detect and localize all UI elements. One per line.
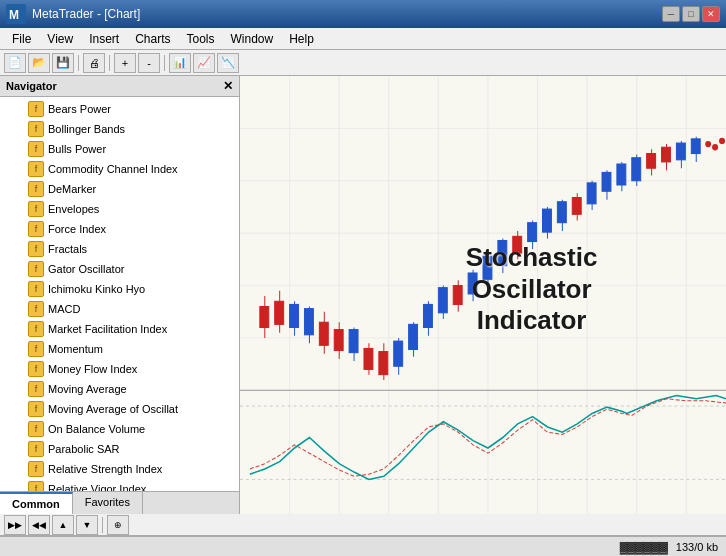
svg-rect-46 xyxy=(438,288,447,313)
nav-indicator-item[interactable]: fBulls Power xyxy=(0,139,239,159)
tab-common[interactable]: Common xyxy=(0,492,73,514)
svg-rect-80 xyxy=(691,139,700,154)
indicator-icon: f xyxy=(28,201,44,217)
navigator-close[interactable]: ✕ xyxy=(223,79,233,93)
indicator-label: Moving Average xyxy=(48,383,127,395)
indicator-icon: f xyxy=(28,301,44,317)
nav-indicator-item[interactable]: fFractals xyxy=(0,239,239,259)
svg-rect-24 xyxy=(275,301,284,324)
nav-indicator-item[interactable]: fRelative Vigor Index xyxy=(0,479,239,491)
nav-indicator-item[interactable]: fMoving Average xyxy=(0,379,239,399)
nav-indicator-item[interactable]: fParabolic SAR xyxy=(0,439,239,459)
nav-indicator-item[interactable]: fMoving Average of Oscillat xyxy=(0,399,239,419)
navigator-panel: Navigator ✕ fBears PowerfBollinger Bands… xyxy=(0,76,240,514)
nav-indicator-item[interactable]: fIchimoku Kinko Hyo xyxy=(0,279,239,299)
indicator-label: MACD xyxy=(48,303,80,315)
indicator-icon: f xyxy=(28,281,44,297)
indicator-label: Force Index xyxy=(48,223,106,235)
menu-charts[interactable]: Charts xyxy=(127,30,178,48)
nav-indicator-item[interactable]: fEnvelopes xyxy=(0,199,239,219)
minimize-button[interactable]: ─ xyxy=(662,6,680,22)
nav-indicator-item[interactable]: fOn Balance Volume xyxy=(0,419,239,439)
sep3 xyxy=(164,55,165,71)
nav-indicator-item[interactable]: fBears Power xyxy=(0,99,239,119)
sep4 xyxy=(102,517,103,533)
nav-indicator-item[interactable]: fRelative Strength Index xyxy=(0,459,239,479)
indicator-icon: f xyxy=(28,321,44,337)
indicator-label: On Balance Volume xyxy=(48,423,145,435)
chart-btn1[interactable]: 📊 xyxy=(169,53,191,73)
open-btn[interactable]: 📂 xyxy=(28,53,50,73)
svg-rect-64 xyxy=(572,198,581,215)
tb2-btn2[interactable]: ◀◀ xyxy=(28,515,50,535)
nav-tabs: Common Favorites xyxy=(0,491,239,514)
tab-favorites[interactable]: Favorites xyxy=(73,492,143,514)
zoom-in-btn[interactable]: + xyxy=(114,53,136,73)
window-controls: ─ □ ✕ xyxy=(662,6,720,22)
chart-btn3[interactable]: 📉 xyxy=(217,53,239,73)
svg-rect-54 xyxy=(498,241,507,266)
indicator-icon: f xyxy=(28,381,44,397)
svg-rect-36 xyxy=(364,348,373,369)
menu-window[interactable]: Window xyxy=(223,30,282,48)
menu-tools[interactable]: Tools xyxy=(179,30,223,48)
menu-insert[interactable]: Insert xyxy=(81,30,127,48)
save-btn[interactable]: 💾 xyxy=(52,53,74,73)
maximize-button[interactable]: □ xyxy=(682,6,700,22)
menu-view[interactable]: View xyxy=(39,30,81,48)
svg-text:M: M xyxy=(9,8,19,22)
indicator-label: Relative Vigor Index xyxy=(48,483,146,491)
svg-rect-52 xyxy=(483,256,492,279)
tb2-btn1[interactable]: ▶▶ xyxy=(4,515,26,535)
svg-rect-38 xyxy=(379,352,388,375)
nav-indicator-item[interactable]: fForce Index xyxy=(0,219,239,239)
indicator-label: Bulls Power xyxy=(48,143,106,155)
print-btn[interactable]: 🖨 xyxy=(83,53,105,73)
svg-rect-60 xyxy=(543,209,552,232)
indicator-icon: f xyxy=(28,401,44,417)
tb2-btn3[interactable]: ▲ xyxy=(52,515,74,535)
svg-rect-44 xyxy=(423,304,432,327)
nav-indicator-item[interactable]: fMoney Flow Index xyxy=(0,359,239,379)
indicator-list[interactable]: fBears PowerfBollinger BandsfBulls Power… xyxy=(0,97,239,491)
indicator-label: Bollinger Bands xyxy=(48,123,125,135)
indicator-label: DeMarker xyxy=(48,183,96,195)
close-button[interactable]: ✕ xyxy=(702,6,720,22)
svg-rect-28 xyxy=(304,309,313,335)
svg-rect-78 xyxy=(676,143,685,160)
svg-point-83 xyxy=(719,138,725,144)
new-btn[interactable]: 📄 xyxy=(4,53,26,73)
svg-rect-40 xyxy=(394,341,403,366)
nav-indicator-item[interactable]: fMACD xyxy=(0,299,239,319)
nav-indicator-item[interactable]: fCommodity Channel Index xyxy=(0,159,239,179)
chart-area[interactable]: Stochastic Oscillator Indicator xyxy=(240,76,726,514)
svg-rect-76 xyxy=(662,147,671,162)
svg-point-81 xyxy=(705,141,711,147)
svg-rect-22 xyxy=(260,307,269,328)
chart-btn2[interactable]: 📈 xyxy=(193,53,215,73)
main-area: Navigator ✕ fBears PowerfBollinger Bands… xyxy=(0,76,726,514)
nav-indicator-item[interactable]: fGator Oscillator xyxy=(0,259,239,279)
menu-file[interactable]: File xyxy=(4,30,39,48)
indicator-icon: f xyxy=(28,481,44,491)
chart-svg xyxy=(240,76,726,514)
app-icon: M xyxy=(6,4,26,24)
zoom-out-btn[interactable]: - xyxy=(138,53,160,73)
nav-indicator-item[interactable]: fBollinger Bands xyxy=(0,119,239,139)
nav-indicator-item[interactable]: fMarket Facilitation Index xyxy=(0,319,239,339)
svg-rect-56 xyxy=(513,236,522,253)
svg-rect-32 xyxy=(334,330,343,351)
title-bar: M MetaTrader - [Chart] ─ □ ✕ xyxy=(0,0,726,28)
nav-indicator-item[interactable]: fDeMarker xyxy=(0,179,239,199)
status-icon: ▓▓▓▓▓▓ xyxy=(620,541,668,553)
menu-help[interactable]: Help xyxy=(281,30,322,48)
nav-indicator-item[interactable]: fMomentum xyxy=(0,339,239,359)
svg-rect-74 xyxy=(647,154,656,169)
tb2-btn5[interactable]: ⊕ xyxy=(107,515,129,535)
sep1 xyxy=(78,55,79,71)
tb2-btn4[interactable]: ▼ xyxy=(76,515,98,535)
sep2 xyxy=(109,55,110,71)
indicator-icon: f xyxy=(28,181,44,197)
indicator-label: Ichimoku Kinko Hyo xyxy=(48,283,145,295)
indicator-label: Bears Power xyxy=(48,103,111,115)
